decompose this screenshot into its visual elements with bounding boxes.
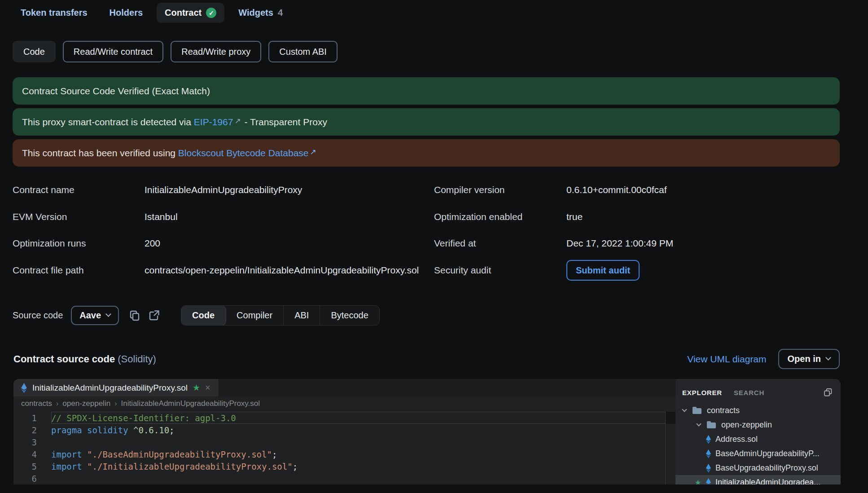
tree-item-address-sol[interactable]: Address.sol xyxy=(675,432,841,446)
external-arrow-icon: ↗ xyxy=(234,116,241,126)
search-tab[interactable]: SEARCH xyxy=(734,389,764,396)
code-line-1[interactable]: 1// SPDX-License-Identifier: agpl-3.0 xyxy=(13,412,675,424)
ethereum-icon xyxy=(706,449,711,458)
folder-icon xyxy=(693,408,701,414)
close-tab-icon[interactable]: × xyxy=(205,383,210,393)
breadcrumb-open-zeppelin[interactable]: open-zeppelin xyxy=(62,399,110,408)
eip-1967-link[interactable]: EIP-1967 xyxy=(194,117,233,128)
source-tab-compiler[interactable]: Compiler xyxy=(226,306,284,325)
verified-check-icon: ✓ xyxy=(206,8,216,18)
overview-ruler-marker xyxy=(666,412,675,424)
folder-icon xyxy=(707,423,716,428)
copy-icon xyxy=(128,309,141,322)
ethereum-icon xyxy=(706,463,711,473)
code-editor: InitializableAdminUpgradeabilityProxy.so… xyxy=(13,379,841,484)
code-section-title-text: Contract source code xyxy=(13,353,118,365)
chevron-down-icon xyxy=(105,311,111,317)
alert-verified: Contract Source Code Verified (Exact Mat… xyxy=(13,77,840,105)
alert-bytecode-db: This contract has been verified using Bl… xyxy=(13,139,840,167)
code-token: import xyxy=(51,449,87,459)
tree-item-label: open-zeppelin xyxy=(721,420,772,430)
code-token: // SPDX-License-Identifier: agpl-3.0 xyxy=(51,413,236,423)
code-token: ; xyxy=(293,462,298,471)
contract-name-label: Contract name xyxy=(13,183,145,197)
copy-source-button[interactable] xyxy=(128,309,141,322)
tree-item-contracts[interactable]: contracts xyxy=(675,403,841,418)
submit-audit-button[interactable]: Submit audit xyxy=(566,260,640,281)
code-token: ; xyxy=(169,425,174,435)
source-tab-abi[interactable]: ABI xyxy=(284,306,320,325)
open-in-button[interactable]: Open in xyxy=(778,349,840,369)
compiler-version-label: Compiler version xyxy=(434,183,566,197)
explorer-tab[interactable]: EXPLORER xyxy=(682,389,722,396)
collapse-folders-icon xyxy=(824,388,833,397)
favorite-star-icon[interactable]: ★ xyxy=(193,383,200,393)
subtab-read-write-contract[interactable]: Read/Write contract xyxy=(63,41,163,62)
code-line-4[interactable]: 4import "./BaseAdminUpgradeabilityProxy.… xyxy=(13,448,675,460)
security-audit-label: Security audit xyxy=(434,263,566,277)
code-heading-row: Contract source code (Solidity) View UML… xyxy=(13,349,840,369)
code-area[interactable]: 1// SPDX-License-Identifier: agpl-3.0 2p… xyxy=(13,410,675,484)
file-explorer-panel: EXPLORER SEARCH contracts xyxy=(675,379,841,484)
contract-page: Token transfers Holders Contract ✓ Widge… xyxy=(0,0,868,493)
page-tabs: Token transfers Holders Contract ✓ Widge… xyxy=(0,0,868,23)
line-number: 2 xyxy=(13,425,51,435)
widgets-count-badge: 4 xyxy=(278,8,283,18)
contract-subtabs: Code Read/Write contract Read/Write prox… xyxy=(13,41,868,62)
code-line-2[interactable]: 2pragma solidity ^0.6.10; xyxy=(13,424,675,436)
contract-file-path-label: Contract file path xyxy=(13,263,145,277)
breadcrumb-contracts[interactable]: contracts xyxy=(21,399,52,408)
source-code-row: Source code Aave Code Compiler ABI Bytec… xyxy=(13,305,868,326)
alert-bytecode-prefix: This contract has been verified using xyxy=(22,148,178,158)
source-tab-bytecode[interactable]: Bytecode xyxy=(320,306,379,325)
open-in-label: Open in xyxy=(788,354,821,364)
explorer-header: EXPLORER SEARCH xyxy=(675,379,841,402)
ethereum-icon xyxy=(706,478,711,485)
bytecode-database-link[interactable]: Blockscout Bytecode Database xyxy=(178,148,309,158)
alert-proxy-suffix: - Transparent Proxy xyxy=(242,117,327,128)
chevron-down-icon xyxy=(825,355,831,361)
tree-item-open-zeppelin[interactable]: open-zeppelin xyxy=(675,418,841,432)
collapse-folders-button[interactable] xyxy=(824,388,833,397)
code-section-title: Contract source code (Solidity) xyxy=(13,353,156,365)
editor-file-tab[interactable]: InitializableAdminUpgradeabilityProxy.so… xyxy=(13,379,219,396)
editor-tab-filename: InitializableAdminUpgradeabilityProxy.so… xyxy=(32,383,188,393)
ethereum-icon xyxy=(706,435,711,444)
tab-holders[interactable]: Holders xyxy=(101,3,151,23)
tab-contract-label: Contract xyxy=(165,8,202,18)
optimization-enabled-label: Optimization enabled xyxy=(434,210,566,224)
chevron-down-icon[interactable] xyxy=(696,421,701,426)
chevron-down-icon[interactable] xyxy=(682,407,687,412)
subtab-custom-abi[interactable]: Custom ABI xyxy=(268,41,338,62)
code-line-6[interactable]: 6 xyxy=(13,472,675,484)
evm-version-label: EVM Version xyxy=(13,210,145,224)
code-token: ^0.6.10 xyxy=(133,425,169,435)
tree-item-initializable-admin-upgradeability-proxy-sol[interactable]: ★ InitializableAdminUpgradea... xyxy=(675,475,841,484)
open-external-button[interactable] xyxy=(148,309,160,322)
editor-main: InitializableAdminUpgradeabilityProxy.so… xyxy=(13,379,675,484)
project-select-dropdown[interactable]: Aave xyxy=(71,306,119,325)
code-line-5[interactable]: 5import "./InitializableUpgradeabilityPr… xyxy=(13,460,675,472)
code-token: import xyxy=(51,462,87,471)
source-tab-code[interactable]: Code xyxy=(181,306,226,325)
tab-token-transfers[interactable]: Token transfers xyxy=(13,3,96,23)
tree-item-label: BaseAdminUpgradeabilityP... xyxy=(715,449,820,458)
compiler-version-value: 0.6.10+commit.00c0fcaf xyxy=(566,183,845,197)
alert-verified-text: Contract Source Code Verified (Exact Mat… xyxy=(22,86,210,97)
contract-info-grid: Contract name InitializableAdminUpgradea… xyxy=(13,183,868,281)
code-line-3[interactable]: 3 xyxy=(13,436,675,448)
line-number: 3 xyxy=(13,437,51,447)
tab-widgets[interactable]: Widgets 4 xyxy=(230,3,291,23)
breadcrumb-filename[interactable]: InitializableAdminUpgradeabilityProxy.so… xyxy=(121,399,260,408)
editor-breadcrumbs: contracts › open-zeppelin › Initializabl… xyxy=(13,396,675,410)
alert-proxy: This proxy smart-contract is detected vi… xyxy=(13,108,840,136)
verified-at-value: Dec 17, 2022 1:00:49 PM xyxy=(566,236,845,251)
tab-contract[interactable]: Contract ✓ xyxy=(157,3,224,23)
tree-item-base-admin-upgradeability-proxy-sol[interactable]: BaseAdminUpgradeabilityP... xyxy=(675,446,841,461)
optimization-runs-label: Optimization runs xyxy=(13,236,145,251)
subtab-code[interactable]: Code xyxy=(13,41,56,62)
tree-item-base-upgradeability-proxy-sol[interactable]: BaseUpgradeabilityProxy.sol xyxy=(675,461,841,475)
view-uml-diagram-link[interactable]: View UML diagram xyxy=(687,354,766,365)
subtab-read-write-proxy[interactable]: Read/Write proxy xyxy=(171,41,261,62)
contract-file-path-value: contracts/open-zeppelin/InitializableAdm… xyxy=(145,263,423,277)
